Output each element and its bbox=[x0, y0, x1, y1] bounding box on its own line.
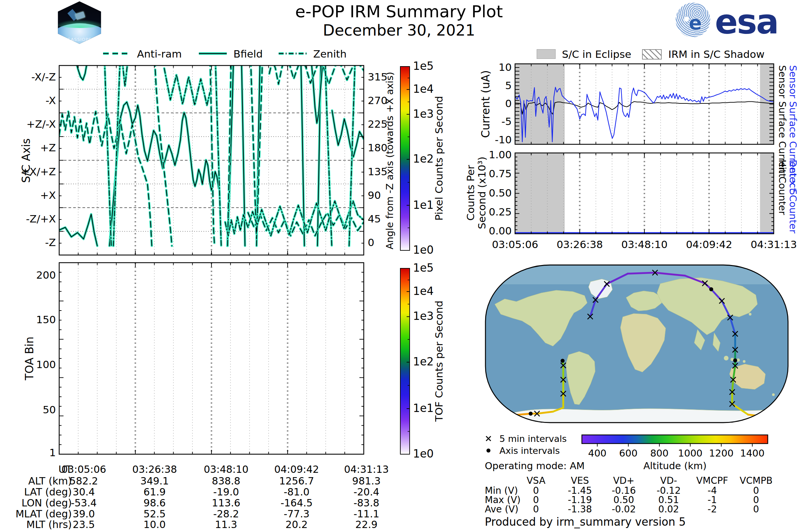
info-cell: 10.0 bbox=[118, 519, 191, 530]
time-xtick: 03:05:06 bbox=[478, 239, 552, 250]
counts-ytick: 1.00 bbox=[425, 149, 512, 160]
info-cell: 03:05:06 bbox=[47, 463, 120, 475]
angle-ytick: 0 bbox=[368, 236, 374, 248]
angle-ytick: 135 bbox=[368, 166, 387, 177]
info-cell: -53.4 bbox=[47, 497, 120, 509]
voltage-cell: 0 bbox=[720, 504, 793, 515]
current-ytick: 0 bbox=[425, 97, 512, 109]
counts-ytick: 0.50 bbox=[425, 187, 512, 199]
map-island bbox=[743, 360, 745, 363]
tof-colorbar bbox=[400, 268, 410, 454]
eclipse-band bbox=[515, 153, 565, 234]
altitude-colorbar bbox=[582, 435, 768, 443]
cb-tick-label: 1e0 bbox=[413, 447, 434, 460]
angle-ytick: 225 bbox=[368, 118, 387, 130]
info-cell: 04:09:42 bbox=[260, 463, 333, 475]
info-cell: 61.9 bbox=[118, 486, 191, 498]
info-cell: 981.3 bbox=[330, 475, 403, 487]
current-ytick: 10 bbox=[425, 61, 512, 73]
time-xtick: 04:09:42 bbox=[673, 239, 746, 250]
info-cell: 1256.7 bbox=[260, 475, 333, 487]
info-cell: -20.4 bbox=[330, 486, 403, 498]
cb-tick-label: 1e1 bbox=[413, 402, 434, 415]
angle-ytick: 180 bbox=[368, 141, 387, 154]
angle-ytick: 315 bbox=[368, 71, 387, 83]
toa-ytick: 150 bbox=[0, 314, 56, 325]
info-cell: -28.2 bbox=[190, 508, 263, 520]
cb-tick-label: 1e4 bbox=[413, 285, 434, 298]
toa-ytick: 50 bbox=[0, 404, 56, 416]
dot-marker bbox=[560, 359, 565, 363]
current-ytick: -5 bbox=[425, 115, 512, 127]
map-landmass bbox=[498, 408, 777, 423]
info-cell: -81.0 bbox=[260, 486, 333, 498]
info-cell: 03:48:10 bbox=[190, 463, 263, 475]
map-island bbox=[772, 393, 775, 396]
dot-marker bbox=[733, 358, 737, 362]
info-cell: -11.1 bbox=[330, 508, 403, 520]
attitude-ytick: -Z/+X bbox=[0, 213, 56, 225]
dot-marker bbox=[529, 412, 533, 416]
legend-x-marker bbox=[486, 436, 491, 441]
info-cell: 03:26:38 bbox=[118, 463, 191, 475]
attitude-ytick: +X/+Z bbox=[0, 166, 56, 177]
attitude-ytick: +X bbox=[0, 189, 56, 201]
toa-ytick: 1 bbox=[0, 446, 56, 458]
counts-ytick: 0.00 bbox=[425, 225, 512, 237]
info-cell: -164.5 bbox=[260, 497, 333, 509]
map-content bbox=[485, 264, 789, 423]
counts-ytick: 0.75 bbox=[425, 168, 512, 179]
info-cell: 349.1 bbox=[118, 475, 191, 487]
info-cell: 11.3 bbox=[190, 519, 263, 530]
info-cell: 30.4 bbox=[47, 486, 120, 498]
alt-tick-label: 1400 bbox=[716, 448, 789, 459]
cb-tick-label: 1e0 bbox=[413, 243, 434, 256]
cb-tick-label: 1e5 bbox=[413, 261, 434, 274]
angle-ytick: 90 bbox=[368, 189, 381, 201]
info-cell: -83.8 bbox=[330, 497, 403, 509]
figure: CASSIOPE e-POP IRM Summary Plot December… bbox=[0, 0, 798, 532]
attitude-ytick: -X bbox=[0, 94, 56, 107]
current-ytick: 5 bbox=[425, 79, 512, 92]
pixel-colorbar bbox=[400, 66, 410, 250]
time-xtick: 03:48:10 bbox=[608, 239, 681, 250]
info-cell: 04:31:13 bbox=[330, 463, 403, 475]
info-cell: 20.2 bbox=[260, 519, 333, 530]
attitude-ytick: -X/-Z bbox=[0, 71, 56, 83]
info-cell: 52.5 bbox=[118, 508, 191, 520]
ground-track-segment bbox=[771, 417, 789, 418]
info-cell: -19.0 bbox=[190, 486, 263, 498]
info-cell: 113.6 bbox=[190, 497, 263, 509]
map-island bbox=[724, 356, 728, 360]
ground-track-segment bbox=[732, 380, 733, 392]
info-cell: 582.2 bbox=[47, 475, 120, 487]
cb-tick-label: 1e2 bbox=[413, 355, 434, 368]
info-cell: 39.0 bbox=[47, 508, 120, 520]
map-island bbox=[749, 313, 752, 316]
cb-tick-label: 1e3 bbox=[413, 309, 434, 323]
toa-ytick: 100 bbox=[0, 358, 56, 370]
angle-ytick: 270 bbox=[368, 94, 387, 107]
voltage-col-header: VCMPB bbox=[720, 475, 793, 486]
info-cell: 838.8 bbox=[190, 475, 263, 487]
info-cell: -77.3 bbox=[260, 508, 333, 520]
attitude-ytick: -Z bbox=[0, 236, 56, 248]
info-cell: 22.9 bbox=[330, 519, 403, 530]
ground-track-segment bbox=[628, 273, 655, 274]
time-xtick: 04:31:13 bbox=[737, 239, 798, 250]
info-cell: 23.5 bbox=[47, 519, 120, 530]
legend-dot-marker bbox=[487, 449, 491, 453]
toa-ytick: 200 bbox=[0, 269, 56, 281]
angle-ytick: 45 bbox=[368, 213, 381, 225]
info-cell: 98.6 bbox=[118, 497, 191, 509]
current-ytick: -10 bbox=[425, 134, 512, 146]
attitude-ytick: +Z/-X bbox=[0, 118, 56, 130]
counts-ytick: 0.25 bbox=[425, 206, 512, 218]
attitude-ytick: +Z bbox=[0, 141, 56, 154]
time-xtick: 03:26:38 bbox=[543, 239, 616, 250]
dot-marker bbox=[709, 287, 713, 291]
